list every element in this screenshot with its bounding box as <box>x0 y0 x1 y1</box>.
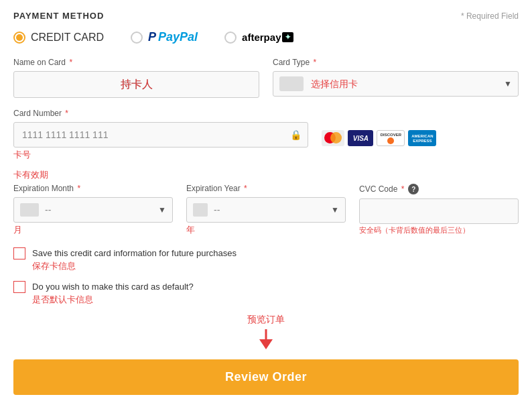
cvc-label-row: CVC Code * ? <box>359 184 519 194</box>
card-icons-group: VISA DISCOVER AMERICAN EXPRESS <box>322 130 519 161</box>
payment-header: PAYMENT METHOD * Required Field <box>13 11 519 21</box>
name-on-card-group: Name on Card * 持卡人 <box>13 58 259 98</box>
card-type-select-wrapper: 选择信用卡 Visa Mastercard American Express D… <box>273 71 519 97</box>
default-card-label-group: Do you wish to make this card as default… <box>32 280 194 306</box>
cvc-group: CVC Code * ? 安全码（卡背后数值的最后三位） <box>359 184 519 236</box>
month-select-container: -- 01 02 03 04 05 06 07 08 09 10 11 12 <box>13 197 173 236</box>
name-on-card-label: Name on Card * <box>13 58 259 67</box>
afterpay-text: afterpay <box>242 32 281 43</box>
cvc-input-wrapper: 安全码（卡背后数值的最后三位） <box>359 198 519 235</box>
paypal-logo: P PayPal <box>148 30 198 44</box>
afterpay-option[interactable]: afterpay ✦ <box>224 32 293 44</box>
discover-icon: DISCOVER <box>377 130 405 146</box>
cvc-label: CVC Code * <box>359 184 404 194</box>
save-card-label: Save this credit card information for fu… <box>32 248 237 258</box>
card-number-row: Card Number * 🔒 卡号 VISA DISCOVE <box>13 109 519 161</box>
year-annotation: 年 <box>186 224 346 236</box>
review-order-arrow-icon <box>253 326 279 353</box>
expiry-year-select[interactable]: -- 2024 2025 2026 2027 2028 2029 2030 <box>186 197 346 223</box>
cvc-annotation: 安全码（卡背后数值的最后三位） <box>359 225 519 235</box>
review-order-button[interactable]: Review Order <box>13 359 519 395</box>
card-number-label: Card Number * <box>13 109 308 118</box>
paypal-radio[interactable] <box>131 32 143 44</box>
afterpay-radio[interactable] <box>224 32 237 44</box>
year-prefix-icon <box>193 203 208 217</box>
card-number-input-wrapper: 🔒 卡号 <box>13 122 308 161</box>
section-title: PAYMENT METHOD <box>13 11 104 21</box>
month-select-wrapper: -- 01 02 03 04 05 06 07 08 09 10 11 12 <box>13 197 173 223</box>
card-type-select[interactable]: 选择信用卡 Visa Mastercard American Express D… <box>273 71 519 97</box>
required-note: * Required Field <box>461 11 519 21</box>
payment-options-row: CREDIT CARD P PayPal afterpay ✦ <box>13 30 519 44</box>
review-order-annotation-block: 预览订单 <box>13 314 519 353</box>
save-card-annotation: 保存卡信息 <box>32 260 237 272</box>
save-card-row: Save this credit card information for fu… <box>13 247 519 272</box>
credit-card-radio[interactable] <box>13 32 25 44</box>
visa-icon: VISA <box>348 130 373 146</box>
cvc-input[interactable] <box>359 198 519 224</box>
paypal-p-icon: P <box>148 30 156 44</box>
payment-section: PAYMENT METHOD * Required Field CREDIT C… <box>13 11 519 395</box>
card-number-input[interactable] <box>13 122 308 148</box>
name-on-card-input[interactable] <box>13 71 259 98</box>
month-annotation: 月 <box>13 224 173 236</box>
afterpay-zigzag-icon: ✦ <box>282 32 293 42</box>
expiry-month-group: Expiration Month * -- 01 02 03 04 05 06 … <box>13 184 173 236</box>
expiry-month-label: Expiration Month * <box>13 184 173 193</box>
month-prefix-icon <box>20 203 39 217</box>
credit-card-option[interactable]: CREDIT CARD <box>13 32 104 44</box>
expiry-year-group: Expiration Year * -- 2024 2025 2026 2027… <box>186 184 346 236</box>
credit-card-label: CREDIT CARD <box>31 32 104 44</box>
default-card-row: Do you wish to make this card as default… <box>13 280 519 306</box>
card-type-group: Card Type * 选择信用卡 Visa Mastercard Americ… <box>273 58 519 98</box>
paypal-text-icon: PayPal <box>158 30 198 44</box>
card-type-prefix-icon <box>279 76 304 91</box>
amex-icon: AMERICAN EXPRESS <box>408 130 436 146</box>
expiry-year-label: Expiration Year * <box>186 184 346 193</box>
default-card-checkbox[interactable] <box>13 281 25 293</box>
lock-icon: 🔒 <box>290 129 302 140</box>
afterpay-logo: afterpay ✦ <box>242 32 293 43</box>
save-card-label-group: Save this credit card information for fu… <box>32 247 237 272</box>
mastercard-icon <box>322 130 344 146</box>
svg-marker-1 <box>259 339 273 349</box>
paypal-option[interactable]: P PayPal <box>131 30 198 44</box>
card-number-input-row: 🔒 <box>13 122 308 148</box>
review-order-annotation: 预览订单 <box>247 314 285 326</box>
year-select-wrapper: -- 2024 2025 2026 2027 2028 2029 2030 ▼ <box>186 197 346 223</box>
expiry-cvc-row: Expiration Month * -- 01 02 03 04 05 06 … <box>13 184 519 236</box>
name-input-wrapper: 持卡人 <box>13 71 259 98</box>
card-type-label: Card Type * <box>273 58 519 67</box>
expiry-annotation: 卡有效期 <box>13 169 519 181</box>
default-card-label: Do you wish to make this card as default… <box>32 282 194 292</box>
default-card-annotation: 是否默认卡信息 <box>32 294 194 306</box>
card-number-group: Card Number * 🔒 卡号 <box>13 109 308 161</box>
name-cardtype-row: Name on Card * 持卡人 Card Type * 选择信用卡 Vis… <box>13 58 519 98</box>
year-select-container: -- 2024 2025 2026 2027 2028 2029 2030 ▼ … <box>186 197 346 236</box>
cvc-help-icon[interactable]: ? <box>408 184 419 194</box>
save-card-checkbox[interactable] <box>13 247 25 259</box>
credit-card-radio-dot <box>16 34 23 41</box>
card-number-annotation: 卡号 <box>13 149 308 161</box>
